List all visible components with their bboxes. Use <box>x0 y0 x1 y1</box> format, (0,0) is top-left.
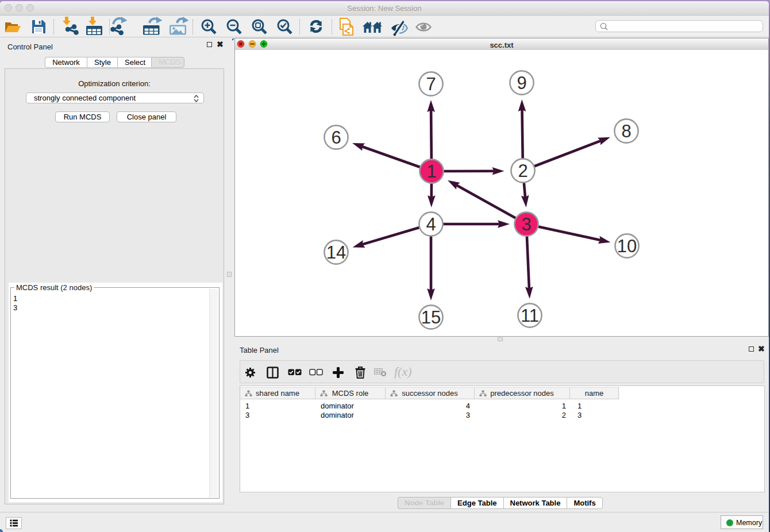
svg-text:11: 11 <box>521 306 539 326</box>
svg-text:4: 4 <box>426 214 436 234</box>
svg-text:14: 14 <box>326 242 346 263</box>
svg-text:1: 1 <box>426 161 436 182</box>
svg-text:2: 2 <box>518 161 528 181</box>
svg-text:10: 10 <box>617 236 637 256</box>
svg-text:15: 15 <box>421 307 441 327</box>
svg-text:3: 3 <box>521 214 531 234</box>
svg-text:8: 8 <box>621 121 631 141</box>
svg-text:6: 6 <box>331 128 341 148</box>
svg-text:9: 9 <box>517 73 526 93</box>
svg-text:7: 7 <box>426 74 436 94</box>
